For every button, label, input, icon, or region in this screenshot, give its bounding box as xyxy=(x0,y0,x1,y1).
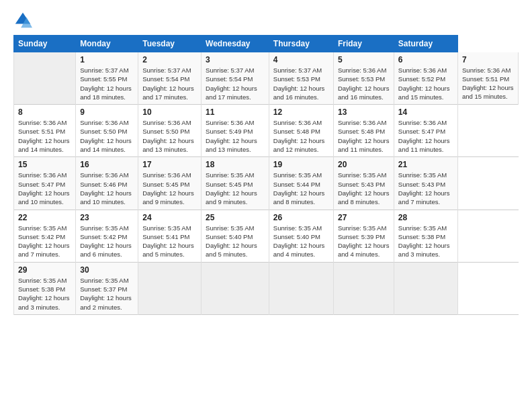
day-number: 15 xyxy=(18,160,71,169)
day-detail: Sunrise: 5:36 AMSunset: 5:45 PMDaylight:… xyxy=(142,171,197,206)
day-number: 18 xyxy=(206,160,265,169)
calendar-cell: 21Sunrise: 5:35 AMSunset: 5:43 PMDayligh… xyxy=(394,157,457,210)
day-detail: Sunrise: 5:35 AMSunset: 5:40 PMDaylight:… xyxy=(273,224,329,259)
calendar-cell: 7Sunrise: 5:36 AMSunset: 5:51 PMDaylight… xyxy=(458,52,519,105)
day-detail: Sunrise: 5:35 AMSunset: 5:41 PMDaylight:… xyxy=(142,224,197,259)
day-detail: Sunrise: 5:36 AMSunset: 5:47 PMDaylight:… xyxy=(18,171,71,206)
day-detail: Sunrise: 5:35 AMSunset: 5:44 PMDaylight:… xyxy=(273,171,329,206)
calendar-cell: 9Sunrise: 5:36 AMSunset: 5:50 PMDaylight… xyxy=(76,105,138,157)
page: SundayMondayTuesdayWednesdayThursdayFrid… xyxy=(0,0,532,411)
calendar-cell: 17Sunrise: 5:36 AMSunset: 5:45 PMDayligh… xyxy=(138,157,202,210)
day-detail: Sunrise: 5:35 AMSunset: 5:45 PMDaylight:… xyxy=(206,171,265,206)
day-number: 1 xyxy=(80,55,134,64)
day-detail: Sunrise: 5:35 AMSunset: 5:39 PMDaylight:… xyxy=(338,224,390,259)
day-number: 20 xyxy=(338,160,390,169)
calendar-week-row: 29Sunrise: 5:35 AMSunset: 5:38 PMDayligh… xyxy=(14,262,519,314)
day-number: 22 xyxy=(18,213,71,222)
calendar-cell: 8Sunrise: 5:36 AMSunset: 5:51 PMDaylight… xyxy=(14,105,76,157)
calendar-cell: 29Sunrise: 5:35 AMSunset: 5:38 PMDayligh… xyxy=(14,262,76,314)
day-number: 3 xyxy=(206,55,265,64)
day-detail: Sunrise: 5:37 AMSunset: 5:55 PMDaylight:… xyxy=(80,66,134,101)
calendar-cell: 24Sunrise: 5:35 AMSunset: 5:41 PMDayligh… xyxy=(138,210,202,262)
day-detail: Sunrise: 5:36 AMSunset: 5:53 PMDaylight:… xyxy=(338,66,390,101)
day-detail: Sunrise: 5:35 AMSunset: 5:42 PMDaylight:… xyxy=(18,224,71,259)
weekday-header-cell: Saturday xyxy=(394,36,457,52)
day-number: 27 xyxy=(338,213,390,222)
day-number: 14 xyxy=(398,107,453,117)
day-detail: Sunrise: 5:35 AMSunset: 5:43 PMDaylight:… xyxy=(398,171,453,206)
calendar-cell: 13Sunrise: 5:36 AMSunset: 5:48 PMDayligh… xyxy=(333,105,394,157)
day-number: 4 xyxy=(273,55,329,64)
day-number: 13 xyxy=(338,107,390,117)
day-number: 21 xyxy=(398,160,453,169)
day-detail: Sunrise: 5:36 AMSunset: 5:52 PMDaylight:… xyxy=(398,66,453,101)
weekday-header-cell: Wednesday xyxy=(202,36,269,52)
day-detail: Sunrise: 5:35 AMSunset: 5:38 PMDaylight:… xyxy=(398,224,453,259)
calendar-week-row: 15Sunrise: 5:36 AMSunset: 5:47 PMDayligh… xyxy=(14,157,519,210)
calendar-cell: 14Sunrise: 5:36 AMSunset: 5:47 PMDayligh… xyxy=(394,105,457,157)
day-detail: Sunrise: 5:37 AMSunset: 5:54 PMDaylight:… xyxy=(142,66,197,101)
day-detail: Sunrise: 5:36 AMSunset: 5:46 PMDaylight:… xyxy=(80,171,134,206)
calendar: SundayMondayTuesdayWednesdayThursdayFrid… xyxy=(13,35,519,315)
weekday-header-cell: Monday xyxy=(76,36,138,52)
day-detail: Sunrise: 5:36 AMSunset: 5:49 PMDaylight:… xyxy=(206,118,265,154)
calendar-cell: 6Sunrise: 5:36 AMSunset: 5:52 PMDaylight… xyxy=(394,52,457,105)
calendar-cell: 3Sunrise: 5:37 AMSunset: 5:54 PMDaylight… xyxy=(202,52,269,105)
day-number: 11 xyxy=(206,107,265,117)
day-number: 16 xyxy=(80,160,134,169)
calendar-cell: 25Sunrise: 5:35 AMSunset: 5:40 PMDayligh… xyxy=(202,210,269,262)
day-number: 10 xyxy=(142,107,197,117)
day-number: 2 xyxy=(142,55,197,64)
day-number: 17 xyxy=(142,160,197,169)
day-number: 24 xyxy=(142,213,197,222)
calendar-cell: 5Sunrise: 5:36 AMSunset: 5:53 PMDaylight… xyxy=(333,52,394,105)
weekday-header-cell: Thursday xyxy=(269,36,333,52)
day-detail: Sunrise: 5:35 AMSunset: 5:43 PMDaylight:… xyxy=(338,171,390,206)
day-detail: Sunrise: 5:35 AMSunset: 5:38 PMDaylight:… xyxy=(18,276,71,312)
day-detail: Sunrise: 5:36 AMSunset: 5:50 PMDaylight:… xyxy=(142,118,197,154)
calendar-cell: 27Sunrise: 5:35 AMSunset: 5:39 PMDayligh… xyxy=(333,210,394,262)
day-number: 5 xyxy=(338,55,390,64)
weekday-header-cell: Tuesday xyxy=(138,36,202,52)
day-number: 8 xyxy=(18,107,71,117)
calendar-cell: 23Sunrise: 5:35 AMSunset: 5:42 PMDayligh… xyxy=(76,210,138,262)
calendar-week-row: 22Sunrise: 5:35 AMSunset: 5:42 PMDayligh… xyxy=(14,210,519,262)
day-detail: Sunrise: 5:36 AMSunset: 5:51 PMDaylight:… xyxy=(18,118,71,154)
calendar-cell xyxy=(394,262,457,314)
day-number: 6 xyxy=(398,55,453,64)
calendar-cell: 11Sunrise: 5:36 AMSunset: 5:49 PMDayligh… xyxy=(202,105,269,157)
day-number: 12 xyxy=(273,107,329,117)
calendar-cell: 15Sunrise: 5:36 AMSunset: 5:47 PMDayligh… xyxy=(14,157,76,210)
calendar-cell xyxy=(333,262,394,314)
calendar-cell: 10Sunrise: 5:36 AMSunset: 5:50 PMDayligh… xyxy=(138,105,202,157)
day-number: 28 xyxy=(398,213,453,222)
day-detail: Sunrise: 5:35 AMSunset: 5:37 PMDaylight:… xyxy=(80,276,134,312)
calendar-cell xyxy=(138,262,202,314)
calendar-body: 1Sunrise: 5:37 AMSunset: 5:55 PMDaylight… xyxy=(14,52,519,315)
day-detail: Sunrise: 5:37 AMSunset: 5:53 PMDaylight:… xyxy=(273,66,329,101)
calendar-week-row: 8Sunrise: 5:36 AMSunset: 5:51 PMDaylight… xyxy=(14,105,519,157)
day-number: 30 xyxy=(80,265,134,275)
calendar-cell: 20Sunrise: 5:35 AMSunset: 5:43 PMDayligh… xyxy=(333,157,394,210)
day-number: 29 xyxy=(18,265,71,275)
calendar-cell xyxy=(269,262,333,314)
weekday-header-row: SundayMondayTuesdayWednesdayThursdayFrid… xyxy=(14,36,519,52)
day-number: 25 xyxy=(206,213,265,222)
day-number: 23 xyxy=(80,213,134,222)
calendar-cell xyxy=(202,262,269,314)
logo-icon xyxy=(13,11,32,30)
day-detail: Sunrise: 5:36 AMSunset: 5:48 PMDaylight:… xyxy=(338,118,390,154)
day-detail: Sunrise: 5:35 AMSunset: 5:40 PMDaylight:… xyxy=(206,224,265,259)
day-detail: Sunrise: 5:36 AMSunset: 5:47 PMDaylight:… xyxy=(398,118,453,154)
calendar-cell: 22Sunrise: 5:35 AMSunset: 5:42 PMDayligh… xyxy=(14,210,76,262)
day-detail: Sunrise: 5:36 AMSunset: 5:50 PMDaylight:… xyxy=(80,118,134,154)
day-detail: Sunrise: 5:37 AMSunset: 5:54 PMDaylight:… xyxy=(206,66,265,101)
calendar-cell-empty xyxy=(14,52,76,105)
calendar-cell: 18Sunrise: 5:35 AMSunset: 5:45 PMDayligh… xyxy=(202,157,269,210)
weekday-header-cell: Sunday xyxy=(14,36,76,52)
calendar-cell: 28Sunrise: 5:35 AMSunset: 5:38 PMDayligh… xyxy=(394,210,457,262)
day-number: 26 xyxy=(273,213,329,222)
header xyxy=(13,11,519,30)
logo xyxy=(13,11,35,30)
calendar-cell: 26Sunrise: 5:35 AMSunset: 5:40 PMDayligh… xyxy=(269,210,333,262)
